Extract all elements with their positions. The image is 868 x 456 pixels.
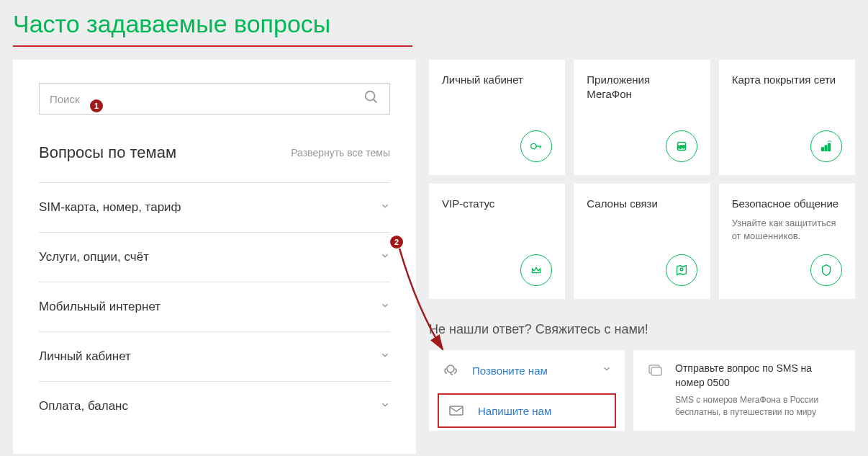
shield-icon: [810, 254, 842, 286]
svg-rect-14: [651, 367, 661, 375]
card-title: Личный кабинет: [442, 73, 552, 87]
chevron-down-icon: [380, 251, 390, 264]
svg-point-0: [366, 91, 375, 101]
map-pin-icon: [666, 254, 697, 286]
signal-icon: [810, 130, 842, 162]
search-icon[interactable]: [363, 89, 379, 108]
card-vip[interactable]: VIP-статус: [429, 184, 565, 299]
topics-heading: Вопросы по темам: [39, 143, 176, 162]
svg-rect-8: [825, 146, 827, 151]
contact-panel: Позвоните нам Напишите нам: [429, 350, 625, 431]
crown-icon: [520, 254, 552, 286]
svg-point-2: [531, 143, 536, 148]
right-panel: Личный кабинет Приложения МегаФон APP Ка…: [429, 60, 855, 454]
topic-label: Услуги, опции, счёт: [39, 250, 149, 264]
envelope-icon: [448, 402, 466, 419]
sms-desc: SMS с номеров МегаФона в России бесплатн…: [675, 394, 842, 419]
app-icon: APP: [666, 130, 697, 162]
write-label: Напишите нам: [478, 405, 606, 417]
call-label: Позвоните нам: [472, 365, 590, 377]
annotation-badge-1: 1: [90, 99, 103, 112]
page-title: Часто задаваемые вопросы: [13, 10, 412, 47]
card-subtitle: Узнайте как защититься от мошенников.: [732, 217, 842, 243]
write-us-item[interactable]: Напишите нам: [438, 393, 616, 428]
card-coverage[interactable]: Карта покрытия сети: [719, 60, 855, 175]
sms-panel[interactable]: Отправьте вопрос по SMS на номер 0500 SM…: [633, 350, 855, 431]
card-apps[interactable]: Приложения МегаФон APP: [574, 60, 710, 175]
topic-cabinet[interactable]: Личный кабинет: [39, 331, 390, 381]
chevron-down-icon: [380, 201, 390, 214]
faq-panel: Вопросы по темам Развернуть все темы SIM…: [13, 60, 416, 454]
topic-services[interactable]: Услуги, опции, счёт: [39, 232, 390, 282]
topic-payment[interactable]: Оплата, баланс: [39, 381, 390, 431]
card-title: Карта покрытия сети: [732, 73, 842, 87]
expand-all-link[interactable]: Развернуть все темы: [291, 147, 390, 158]
svg-point-10: [680, 268, 683, 271]
card-title: Безопасное общение: [732, 197, 842, 211]
chevron-down-icon: [380, 300, 390, 313]
topic-label: Оплата, баланс: [39, 399, 128, 413]
svg-line-1: [374, 99, 377, 103]
card-security[interactable]: Безопасное общение Узнайте как защититьс…: [719, 184, 855, 299]
svg-rect-9: [828, 143, 831, 151]
card-title: Приложения МегаФон: [587, 73, 697, 101]
call-us-item[interactable]: Позвоните нам: [429, 350, 625, 390]
sms-icon: [646, 362, 665, 419]
annotation-badge-2: 2: [390, 236, 403, 249]
contact-heading: Не нашли ответ? Свяжитесь с нами!: [429, 322, 855, 337]
svg-rect-12: [450, 406, 463, 415]
svg-rect-7: [822, 148, 824, 151]
topic-label: Личный кабинет: [39, 349, 131, 364]
svg-text:APP: APP: [677, 145, 685, 149]
chevron-down-icon: [380, 400, 390, 413]
card-title: VIP-статус: [442, 197, 552, 211]
chevron-down-icon: [602, 364, 612, 377]
topic-label: SIM-карта, номер, тариф: [39, 200, 181, 215]
headset-icon: [442, 362, 461, 379]
topic-internet[interactable]: Мобильный интернет: [39, 282, 390, 331]
topic-sim[interactable]: SIM-карта, номер, тариф: [39, 182, 390, 232]
card-title: Салоны связи: [587, 197, 697, 211]
sms-title: Отправьте вопрос по SMS на номер 0500: [675, 362, 842, 390]
svg-point-11: [447, 365, 454, 372]
chevron-down-icon: [380, 350, 390, 363]
topic-label: Мобильный интернет: [39, 300, 161, 314]
key-icon: [520, 130, 552, 162]
card-cabinet[interactable]: Личный кабинет: [429, 60, 565, 175]
card-stores[interactable]: Салоны связи: [574, 184, 710, 299]
